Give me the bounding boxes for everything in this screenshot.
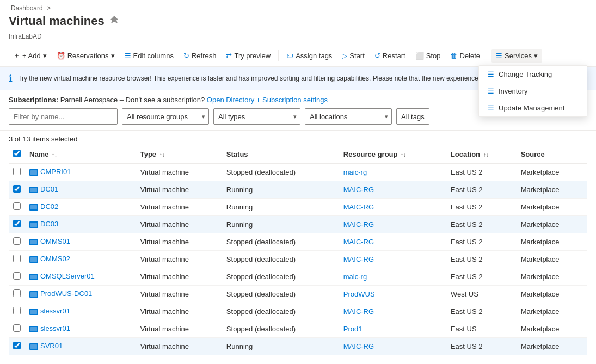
row-checkbox[interactable] bbox=[13, 289, 21, 297]
row-checkbox[interactable] bbox=[13, 324, 21, 332]
vm-name-link[interactable]: slessvr01 bbox=[40, 324, 70, 332]
start-button[interactable]: ▷ Start bbox=[337, 49, 368, 63]
type-column-header: Type ↑↓ bbox=[136, 145, 222, 164]
row-status-cell: Stopped (deallocated) bbox=[222, 268, 339, 286]
name-sort-icon[interactable]: ↑↓ bbox=[52, 152, 57, 158]
breadcrumb-link[interactable]: Dashboard bbox=[11, 4, 43, 12]
row-status-cell: Stopped (deallocated) bbox=[222, 303, 339, 320]
vm-name-link[interactable]: CMPRI01 bbox=[40, 168, 71, 176]
locations-chevron-icon: ▾ bbox=[385, 113, 388, 120]
location-sort-icon[interactable]: ↑↓ bbox=[483, 152, 489, 158]
resource-group-link[interactable]: maic-rg bbox=[343, 273, 367, 281]
row-type-cell: Virtual machine bbox=[136, 216, 222, 233]
row-checkbox-cell bbox=[9, 320, 25, 338]
inventory-icon: ☰ bbox=[488, 87, 494, 95]
resource-group-link[interactable]: maic-rg bbox=[343, 168, 367, 176]
vm-name-link[interactable]: DC03 bbox=[40, 220, 58, 228]
row-type-cell: Virtual machine bbox=[136, 164, 222, 181]
row-checkbox[interactable] bbox=[13, 255, 21, 262]
row-source-cell: Marketplace bbox=[517, 338, 587, 355]
resource-group-column-header: Resource group ↑↓ bbox=[339, 145, 446, 164]
table-row: CMPRI01Virtual machineStopped (deallocat… bbox=[9, 164, 587, 181]
resource-group-link[interactable]: Prod1 bbox=[343, 325, 362, 333]
svg-rect-17 bbox=[31, 258, 36, 261]
vm-name-link[interactable]: slessvr01 bbox=[40, 307, 70, 315]
vm-name-link[interactable]: SVR01 bbox=[40, 342, 63, 350]
table-row: SVR01Virtual machineRunningMAIC-RGEast U… bbox=[9, 338, 587, 355]
row-status-cell: Running bbox=[222, 338, 339, 355]
rg-sort-icon[interactable]: ↑↓ bbox=[401, 152, 406, 158]
row-checkbox-cell bbox=[9, 303, 25, 320]
change-tracking-menu-item[interactable]: ☰ Change Tracking bbox=[479, 66, 587, 83]
locations-filter[interactable]: All locations ▾ bbox=[305, 108, 392, 125]
svg-rect-23 bbox=[31, 293, 36, 295]
vm-name-link[interactable]: ProdWUS-DC01 bbox=[40, 289, 92, 298]
select-all-header[interactable] bbox=[9, 145, 25, 164]
services-chevron-icon: ▾ bbox=[534, 52, 538, 60]
vm-name-link[interactable]: DC02 bbox=[40, 202, 58, 211]
resource-group-link[interactable]: MAIC-RG bbox=[343, 238, 374, 246]
reservations-button[interactable]: ⏰ Reservations ▾ bbox=[52, 49, 119, 63]
row-checkbox[interactable] bbox=[13, 168, 21, 175]
row-resource-group-cell: MAIC-RG bbox=[339, 233, 446, 251]
resource-group-link[interactable]: MAIC-RG bbox=[343, 203, 374, 211]
row-checkbox[interactable] bbox=[13, 202, 21, 210]
edit-columns-button[interactable]: ☰ Edit columns bbox=[120, 49, 178, 63]
vm-name-link[interactable]: DC01 bbox=[40, 185, 58, 193]
vm-name-link[interactable]: OMMS02 bbox=[40, 255, 70, 263]
row-checkbox[interactable] bbox=[13, 237, 21, 245]
assign-tags-button[interactable]: 🏷 Assign tags bbox=[282, 49, 336, 63]
row-type-cell: Virtual machine bbox=[136, 320, 222, 338]
resource-group-link[interactable]: MAIC-RG bbox=[343, 220, 374, 229]
row-checkbox[interactable] bbox=[13, 272, 21, 280]
resource-group-link[interactable]: MAIC-RG bbox=[343, 255, 374, 263]
refresh-button[interactable]: ↻ Refresh bbox=[179, 49, 221, 63]
row-source-cell: Marketplace bbox=[517, 251, 587, 268]
row-checkbox[interactable] bbox=[13, 220, 21, 227]
vm-icon bbox=[29, 255, 40, 263]
row-checkbox-cell bbox=[9, 181, 25, 199]
row-type-cell: Virtual machine bbox=[136, 233, 222, 251]
row-type-cell: Virtual machine bbox=[136, 268, 222, 286]
row-checkbox-cell bbox=[9, 199, 25, 216]
pin-icon[interactable] bbox=[110, 16, 119, 27]
toolbar-separator-2 bbox=[488, 50, 488, 61]
vm-name-link[interactable]: OMSQLServer01 bbox=[40, 272, 95, 280]
delete-button[interactable]: 🗑 Delete bbox=[446, 49, 484, 63]
restart-button[interactable]: ↺ Restart bbox=[370, 49, 410, 63]
update-management-menu-item[interactable]: ☰ Update Management bbox=[479, 100, 587, 116]
row-name-cell: DC02 bbox=[25, 199, 136, 216]
row-checkbox[interactable] bbox=[13, 185, 21, 193]
row-status-cell: Running bbox=[222, 199, 339, 216]
resource-group-link[interactable]: MAIC-RG bbox=[343, 342, 374, 350]
location-column-header: Location ↑↓ bbox=[446, 145, 517, 164]
row-location-cell: East US 2 bbox=[446, 303, 517, 320]
breadcrumb-separator: > bbox=[47, 4, 51, 12]
inventory-menu-item[interactable]: ☰ Inventory bbox=[479, 83, 587, 100]
row-status-cell: Stopped (deallocated) bbox=[222, 320, 339, 338]
resource-group-link[interactable]: MAIC-RG bbox=[343, 307, 374, 316]
row-name-cell: slessvr01 bbox=[25, 320, 136, 338]
vm-name-link[interactable]: OMMS01 bbox=[40, 237, 70, 245]
svg-rect-26 bbox=[31, 310, 36, 313]
resource-group-link[interactable]: MAIC-RG bbox=[343, 186, 374, 194]
row-checkbox[interactable] bbox=[13, 307, 21, 314]
source-column-header: Source bbox=[517, 145, 587, 164]
try-preview-button[interactable]: ⇄ Try preview bbox=[222, 49, 275, 63]
row-checkbox-cell bbox=[9, 251, 25, 268]
resource-groups-filter[interactable]: All resource groups ▾ bbox=[122, 108, 209, 125]
stop-button[interactable]: ⬜ Stop bbox=[411, 49, 445, 63]
select-all-checkbox[interactable] bbox=[13, 150, 21, 157]
row-name-cell: DC01 bbox=[25, 181, 136, 199]
resource-group-link[interactable]: ProdWUS bbox=[343, 290, 375, 298]
open-directory-link[interactable]: Open Directory + Subscription settings bbox=[207, 96, 328, 104]
services-button[interactable]: ☰ Services ▾ bbox=[491, 49, 542, 63]
types-filter[interactable]: All types ▾ bbox=[213, 108, 300, 125]
breadcrumb[interactable]: Dashboard > bbox=[0, 0, 596, 12]
tags-filter[interactable]: All tags bbox=[396, 108, 429, 125]
row-checkbox[interactable] bbox=[13, 342, 21, 349]
name-filter-input[interactable] bbox=[9, 108, 118, 125]
add-button[interactable]: ＋ + Add ▾ bbox=[9, 48, 51, 63]
type-sort-icon[interactable]: ↑↓ bbox=[159, 152, 165, 158]
row-resource-group-cell: Prod1 bbox=[339, 320, 446, 338]
